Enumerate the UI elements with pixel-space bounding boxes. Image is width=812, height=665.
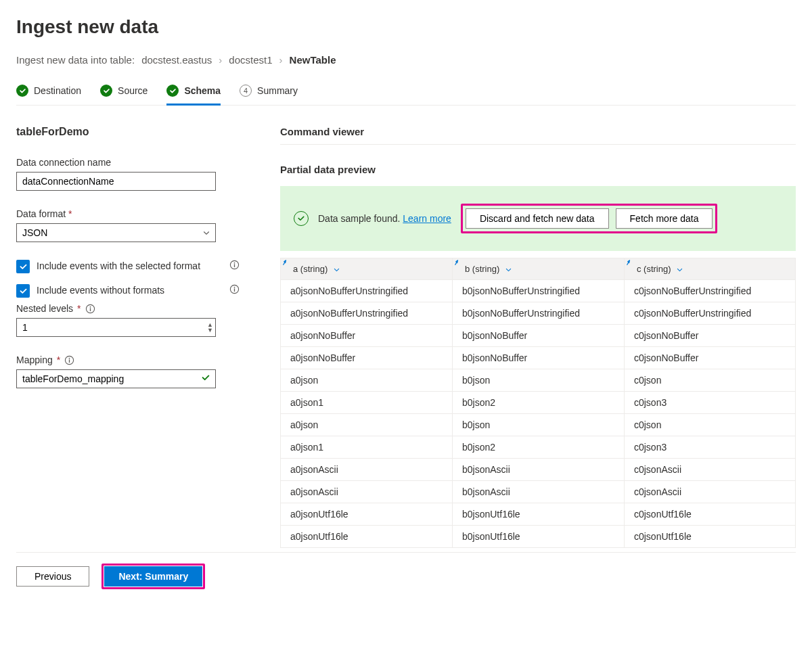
table-cell: a0json	[281, 369, 453, 392]
step-schema[interactable]: Schema	[166, 85, 221, 105]
step-summary-label: Summary	[257, 85, 298, 96]
data-format-label: Data format *	[16, 208, 240, 219]
svg-rect-8	[89, 308, 90, 311]
nested-levels-label: Nested levels	[16, 303, 73, 314]
step-summary[interactable]: 4 Summary	[240, 85, 298, 105]
info-icon[interactable]	[229, 284, 240, 294]
include-without-formats-label: Include events without formats	[37, 284, 240, 297]
data-connection-name-label: Data connection name	[16, 157, 240, 168]
table-cell: b0jsonUtf16le	[452, 526, 624, 548]
spinner-down-icon[interactable]: ▼	[207, 327, 213, 333]
command-viewer-title: Command viewer	[280, 126, 796, 145]
table-cell: c0jsonUtf16le	[624, 526, 795, 548]
checkmark-icon	[100, 85, 112, 97]
chevron-right-icon: ›	[279, 54, 283, 66]
data-connection-name-input[interactable]	[16, 172, 216, 191]
table-cell: b0jsonNoBuffer	[452, 347, 624, 369]
chevron-down-icon	[676, 266, 683, 273]
table-cell: b0json2	[452, 436, 624, 459]
step-destination-label: Destination	[34, 85, 81, 96]
table-row: a0jsonAsciib0jsonAsciic0jsonAscii	[281, 481, 796, 503]
svg-point-7	[89, 306, 91, 307]
include-without-formats-checkbox[interactable]	[16, 284, 30, 298]
table-cell: c0jsonNoBufferUnstringified	[624, 280, 795, 302]
new-column-icon	[454, 259, 461, 267]
table-cell: b0json	[452, 414, 624, 436]
new-column-icon	[626, 259, 633, 267]
next-summary-button[interactable]: Next: Summary	[104, 566, 202, 587]
breadcrumb-table[interactable]: NewTable	[290, 54, 336, 66]
svg-rect-11	[69, 359, 70, 363]
info-icon[interactable]	[85, 304, 95, 314]
column-header-b[interactable]: b (string)	[452, 258, 624, 280]
table-cell: a0jsonAscii	[281, 459, 453, 481]
chevron-down-icon	[505, 266, 512, 273]
column-header-a[interactable]: a (string)	[281, 258, 453, 280]
column-header-c[interactable]: c (string)	[624, 258, 795, 280]
page-title: Ingest new data	[16, 16, 796, 38]
table-cell: c0jsonNoBufferUnstringified	[624, 302, 795, 325]
table-cell: a0jsonUtf16le	[281, 526, 453, 548]
preview-table: a (string) b (string) c	[280, 258, 796, 548]
svg-point-4	[234, 287, 235, 288]
include-selected-format-label: Include events with the selected format	[37, 260, 240, 273]
table-row: a0jsonb0jsonc0json	[281, 414, 796, 436]
banner-text: Data sample found.	[318, 213, 400, 224]
table-cell: b0jsonNoBufferUnstringified	[452, 280, 624, 302]
table-cell: b0jsonAscii	[452, 459, 624, 481]
svg-rect-2	[234, 264, 235, 267]
nested-levels-input[interactable]	[16, 318, 216, 337]
table-cell: b0json	[452, 369, 624, 392]
table-cell: c0json	[624, 414, 795, 436]
info-icon[interactable]	[229, 260, 240, 270]
table-row: a0json1b0json2c0json3	[281, 392, 796, 414]
table-cell: c0jsonNoBuffer	[624, 325, 795, 347]
table-cell: c0json3	[624, 436, 795, 459]
mapping-label: Mapping	[16, 354, 53, 365]
table-row: a0jsonNoBufferUnstringifiedb0jsonNoBuffe…	[281, 302, 796, 325]
table-cell: a0json1	[281, 436, 453, 459]
table-row: a0jsonNoBufferb0jsonNoBufferc0jsonNoBuff…	[281, 347, 796, 369]
mapping-input[interactable]	[16, 369, 216, 388]
table-cell: a0jsonNoBufferUnstringified	[281, 280, 453, 302]
table-cell: a0jsonUtf16le	[281, 503, 453, 526]
chevron-down-icon	[333, 266, 340, 273]
table-cell: c0jsonAscii	[624, 481, 795, 503]
checkmark-icon	[16, 85, 28, 97]
step-number-icon: 4	[240, 85, 252, 97]
chevron-right-icon: ›	[219, 54, 222, 66]
table-row: a0json1b0json2c0json3	[281, 436, 796, 459]
table-cell: c0jsonAscii	[624, 459, 795, 481]
footer-bar: Previous Next: Summary	[16, 552, 796, 603]
table-row: a0jsonUtf16leb0jsonUtf16lec0jsonUtf16le	[281, 503, 796, 526]
previous-button[interactable]: Previous	[16, 566, 89, 587]
fetch-more-button[interactable]: Fetch more data	[616, 208, 713, 229]
table-row: a0jsonb0jsonc0json	[281, 369, 796, 392]
data-format-select[interactable]: JSON	[16, 223, 216, 242]
table-cell: b0jsonUtf16le	[452, 503, 624, 526]
checkmark-icon	[166, 85, 179, 97]
status-banner: Data sample found. Learn more Discard an…	[280, 186, 796, 251]
step-source[interactable]: Source	[100, 85, 148, 105]
table-cell: b0json2	[452, 392, 624, 414]
checkmark-icon	[201, 373, 210, 385]
table-cell: c0json3	[624, 392, 795, 414]
include-selected-format-checkbox[interactable]	[16, 260, 30, 273]
table-cell: a0jsonNoBuffer	[281, 347, 453, 369]
info-icon[interactable]	[64, 355, 74, 365]
table-cell: c0jsonUtf16le	[624, 503, 795, 526]
table-row: a0jsonNoBufferUnstringifiedb0jsonNoBuffe…	[281, 280, 796, 302]
table-cell: b0jsonNoBuffer	[452, 325, 624, 347]
breadcrumb-cluster[interactable]: docstest.eastus	[141, 54, 212, 66]
step-destination[interactable]: Destination	[16, 85, 81, 105]
learn-more-link[interactable]: Learn more	[403, 213, 451, 224]
section-title: tableForDemo	[16, 126, 240, 138]
breadcrumb-database[interactable]: docstest1	[229, 54, 272, 66]
svg-rect-5	[234, 288, 235, 292]
table-cell: a0jsonAscii	[281, 481, 453, 503]
discard-fetch-button[interactable]: Discard and fetch new data	[466, 208, 609, 229]
table-cell: a0json	[281, 414, 453, 436]
success-icon	[294, 211, 309, 226]
new-column-icon	[282, 259, 290, 267]
table-row: a0jsonAsciib0jsonAsciic0jsonAscii	[281, 459, 796, 481]
